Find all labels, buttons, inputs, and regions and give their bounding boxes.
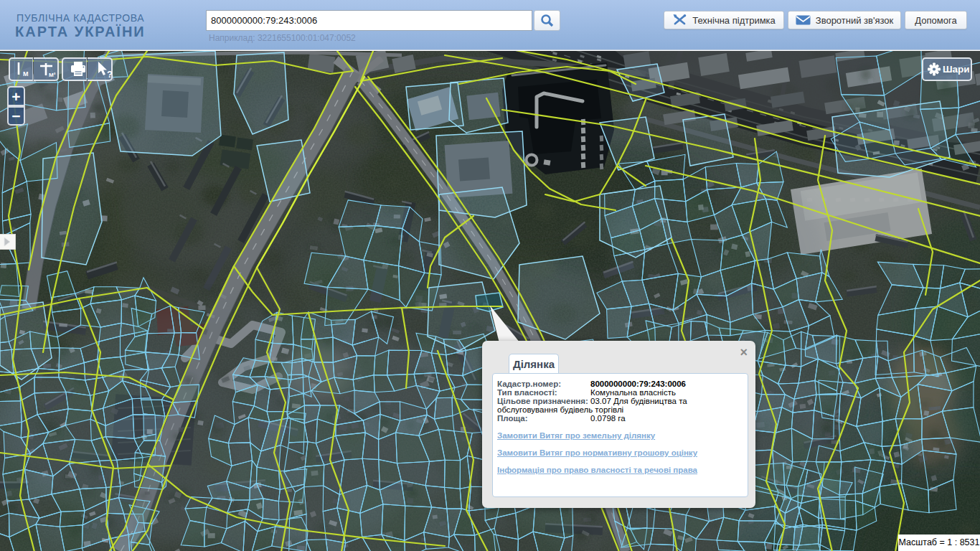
svg-text:Шари: Шари [943, 64, 970, 75]
svg-text:?: ? [107, 69, 113, 80]
svg-text:М: М [23, 70, 29, 77]
svg-text:М²: М² [49, 72, 56, 78]
